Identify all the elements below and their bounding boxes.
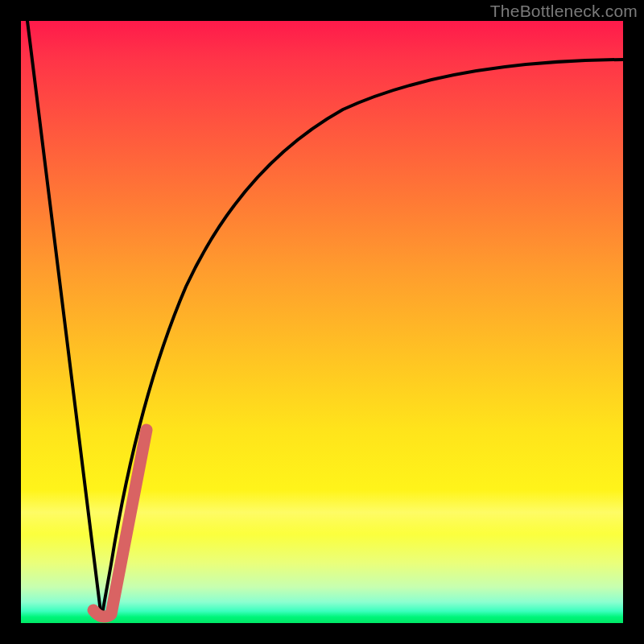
chart-frame: TheBottleneck.com — [0, 0, 644, 644]
watermark-text: TheBottleneck.com — [490, 2, 638, 21]
plot-area — [21, 21, 623, 623]
curve-layer — [21, 21, 623, 623]
curve-right-log — [101, 60, 623, 618]
curve-accent-stub — [93, 430, 147, 617]
curve-left-descent — [27, 21, 101, 618]
